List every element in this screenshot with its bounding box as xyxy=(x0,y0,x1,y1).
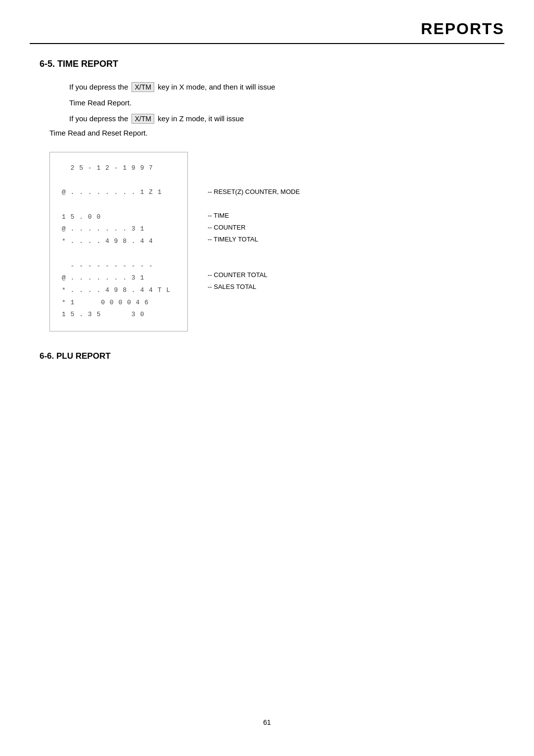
annotation-item: -- COUNTER xyxy=(208,221,246,233)
annotation-label: -- COUNTER TOTAL xyxy=(208,271,267,279)
annotation-item: -- TIME xyxy=(208,209,229,221)
intro-text-1-after: key in X mode, and then it will issue xyxy=(158,83,275,91)
intro-line2-1: Time Read Report. xyxy=(69,97,494,109)
receipt-line xyxy=(62,175,176,187)
receipt-line: @ . . . . . . . 3 1 xyxy=(62,272,176,284)
annotation-label: -- SALES TOTAL xyxy=(208,283,256,290)
page-title: REPORTS xyxy=(421,20,504,38)
intro-paragraph-1: If you depress the X/TM key in X mode, a… xyxy=(69,81,494,93)
receipt-line xyxy=(62,199,176,211)
page-number: 61 xyxy=(263,718,271,726)
annotation-label: -- TIME xyxy=(208,212,229,219)
annotation-label: -- COUNTER xyxy=(208,224,246,231)
annotation-item: -- COUNTER TOTAL xyxy=(208,269,267,281)
report-container: 2 5 - 1 2 - 1 9 9 7 @ . . . . . . . . 1 … xyxy=(49,152,494,331)
receipt-line: 2 5 - 1 2 - 1 9 9 7 xyxy=(62,162,176,175)
intro-text-1-before: If you depress the xyxy=(69,83,128,91)
receipt-box: 2 5 - 1 2 - 1 9 9 7 @ . . . . . . . . 1 … xyxy=(49,152,188,331)
section-title-1: 6-5. TIME REPORT xyxy=(40,59,494,69)
intro-text-2-before: If you depress the xyxy=(69,114,128,123)
intro-text-2-after: key in Z mode, it will issue xyxy=(158,114,244,123)
section-title-2: 6-6. PLU REPORT xyxy=(40,351,494,361)
page-header: REPORTS xyxy=(0,0,534,43)
receipt-line xyxy=(62,248,176,260)
header-divider xyxy=(30,43,504,44)
receipt-line: 1 5 . 3 5 3 0 xyxy=(62,309,176,321)
annotation-label: -- RESET(Z) COUNTER, MODE xyxy=(208,188,300,195)
receipt-line: * . . . . 4 9 8 . 4 4 T L xyxy=(62,284,176,297)
receipt-line: @ . . . . . . . 3 1 xyxy=(62,223,176,236)
annotation-item: -- RESET(Z) COUNTER, MODE xyxy=(208,186,300,197)
receipt-line: * 1 0 0 0 0 4 6 xyxy=(62,297,176,309)
receipt-line: * . . . . 4 9 8 . 4 4 xyxy=(62,236,176,248)
annotation-item: -- SALES TOTAL xyxy=(208,281,256,292)
time-read-reset-label: Time Read and Reset Report. xyxy=(49,129,494,137)
key-label-xtm-1: X/TM xyxy=(132,82,154,92)
annotation-item: -- TIMELY TOTAL xyxy=(208,233,258,245)
receipt-line: - - - - - - - - - - xyxy=(62,260,176,273)
intro-paragraph-2: If you depress the X/TM key in Z mode, i… xyxy=(69,113,494,125)
annotation-label: -- TIMELY TOTAL xyxy=(208,236,258,243)
receipt-line: 1 5 . 0 0 xyxy=(62,211,176,224)
key-label-xtm-2: X/TM xyxy=(132,114,154,124)
receipt-line: @ . . . . . . . . 1 Z 1 xyxy=(62,187,176,199)
content: 6-5. TIME REPORT If you depress the X/TM… xyxy=(0,59,534,361)
